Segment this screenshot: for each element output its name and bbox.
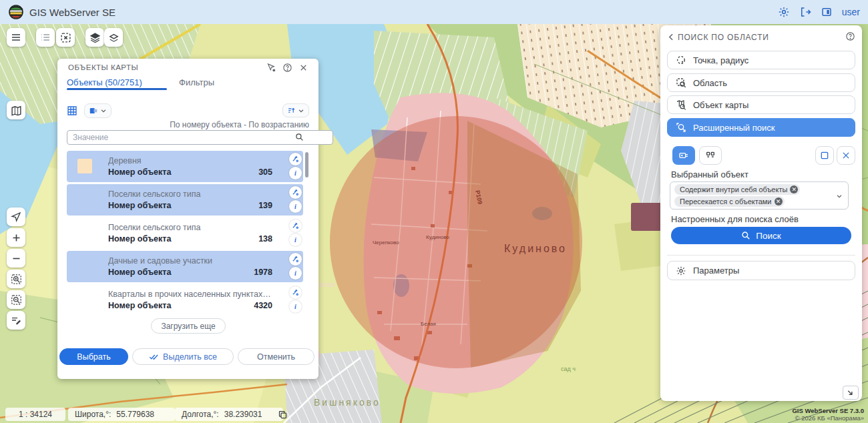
map-label-town: Кудиново [504,243,567,254]
object-number-label: Номер объекта [108,234,171,244]
locate-object-button[interactable] [289,220,302,232]
mode-advanced-search[interactable]: Расширенный поиск [667,118,855,137]
list-item[interactable]: Поселки сельского типа Номер объекта 138… [67,218,303,249]
layers-configured-label: Настроенных для поиска слоёв [671,214,799,224]
object-name: Поселки сельского типа [108,223,271,232]
object-name: Дачные и садовые участки [108,256,271,266]
parameters-label: Параметры [693,266,739,276]
chip-label: Содержит внутри себя объекты [680,185,787,193]
object-info-button[interactable]: i [289,300,302,313]
close-icon[interactable] [298,63,309,73]
object-info-button[interactable]: i [289,167,302,179]
settings-gear-icon[interactable] [778,6,790,18]
logout-icon[interactable] [799,6,811,18]
clear-button[interactable] [837,146,855,165]
list-item[interactable]: Деревня Номер объекта 305 i [67,151,303,182]
chip-remove-icon[interactable]: ✕ [775,197,783,205]
search-by-area-panel: ПОИСК ПО ОБЛАСТИ Точка, радиус Область О… [660,25,862,401]
object-number-label: Номер объекта [108,268,171,277]
dashed-area-search-icon [676,77,686,88]
layer-order-button[interactable] [104,28,123,47]
scale-indicator[interactable]: 1 : 34124 [5,408,65,421]
select-all-label: Выделить все [163,352,217,362]
app-title: GIS WebServer SE [29,7,116,18]
tab-objects[interactable]: Объекты (50/2751) [67,77,142,87]
mode-map-object[interactable]: Объект карты [667,95,855,114]
panel-title: ПОИСК ПО ОБЛАСТИ [678,33,769,42]
parameters-button[interactable]: Параметры [667,261,855,280]
map-label-sad: сад ч [561,366,576,372]
list-item[interactable]: Дачные и садовые участки Номер объекта 1… [67,251,303,282]
zoom-area-in-button[interactable] [7,270,25,288]
sort-caption: По номеру объекта - По возрастанию [170,120,309,129]
map-contents-button[interactable] [7,101,25,119]
frame-select-button[interactable] [815,146,834,165]
geolocation-button[interactable] [7,207,25,226]
tab-filters[interactable]: Фильтры [179,77,214,87]
object-info-button[interactable]: i [289,200,302,213]
object-number-label: Номер объекта [108,301,171,310]
list-item[interactable]: Кварталы в прочих населенных пунктах (не… [67,284,303,314]
main-menu-button[interactable] [7,28,25,47]
panel-toggle-icon[interactable] [821,6,833,18]
help-icon[interactable] [282,63,293,73]
layers-button[interactable] [85,28,104,47]
load-more-button[interactable]: Загрузить еще [151,318,226,334]
longitude-indicator: Долгота,°: 38.239031 [175,408,283,421]
search-icon[interactable] [295,133,304,141]
measurements-button[interactable] [7,311,25,330]
relations-multiselect[interactable]: Содержит внутри себя объекты ✕ Пересекае… [670,181,849,209]
copy-coordinates-icon[interactable] [278,410,288,420]
list-scrollbar[interactable] [305,152,308,312]
relation-chip[interactable]: Пересекается с объектами ✕ [674,196,785,207]
selection-mode-dropdown[interactable] [84,103,112,118]
sort-dropdown[interactable] [282,103,309,117]
chip-remove-icon[interactable]: ✕ [790,185,798,193]
latitude-value: 55.779638 [116,410,154,419]
object-list-mode-icon [705,150,716,161]
value-search-input[interactable] [67,130,333,145]
locate-object-button[interactable] [289,186,302,199]
locate-object-button[interactable] [289,153,302,165]
map-label-belaya: Белая [421,321,436,327]
latitude-indicator: Широта,°: 55.779638 [68,408,175,421]
clear-selection-button[interactable] [56,28,75,47]
select-all-button[interactable]: Выделить все [132,348,234,365]
map-object-search-icon [676,99,686,110]
back-chevron-icon[interactable] [667,33,676,41]
app-logo-icon [8,4,24,20]
object-number-value: 139 [258,201,272,210]
selected-object-label: Выбранный объект [671,169,748,179]
object-info-button[interactable]: i [289,267,302,280]
locate-object-button[interactable] [289,253,302,266]
mode-label: Объект карты [693,100,748,110]
list-item[interactable]: Поселки сельского типа Номер объекта 139… [67,184,303,216]
cancel-button[interactable]: Отменить [238,348,314,365]
select-button[interactable]: Выбрать [59,348,128,365]
zoom-out-button[interactable] [7,249,25,268]
object-number-label: Номер объекта [108,201,171,210]
zoom-area-out-button[interactable] [7,290,25,309]
search-button[interactable]: Поиск [671,227,851,244]
mode-area[interactable]: Область [667,73,855,92]
table-view-button[interactable] [67,105,77,116]
map-label-vishnyakovo: Вишняково [314,397,381,408]
mode-point-radius[interactable]: Точка, радиус [667,51,855,69]
locate-object-button[interactable] [289,286,302,299]
toggle-object-list-mode[interactable] [699,146,722,165]
object-list-button[interactable] [36,28,55,47]
version-text: GIS WebServer SE 7.3.0 [792,407,864,414]
object-info-button[interactable]: i [289,234,302,246]
object-number-label: Номер объекта [108,167,171,177]
app-header: GIS WebServer SE user [0,0,868,24]
chevron-down-icon[interactable] [836,193,843,199]
pointer-settings-icon[interactable] [266,63,277,73]
user-menu[interactable]: user [842,7,860,17]
relation-chip[interactable]: Содержит внутри себя объекты ✕ [674,184,800,195]
zoom-in-button[interactable] [7,228,25,247]
divider [667,255,855,256]
help-icon[interactable] [845,31,855,41]
collapse-panel-button[interactable] [843,386,859,400]
toggle-selected-object-mode[interactable] [672,146,695,165]
object-number-value: 1978 [254,268,272,277]
